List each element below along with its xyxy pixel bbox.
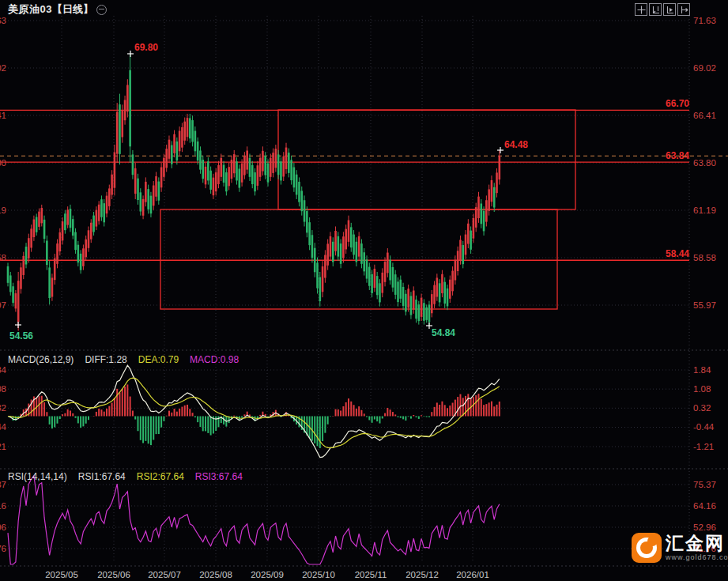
rsi-y-axis-label-left: 64.16 xyxy=(0,501,6,511)
hline-price-label: 58.44 xyxy=(666,248,689,259)
macd-y-axis-label-left: -0.44 xyxy=(0,422,7,432)
main-y-axis-label: 69.02 xyxy=(693,63,716,73)
main-y-axis-label-left: 58.58 xyxy=(0,253,6,262)
x-axis-label: 2025/08 xyxy=(199,570,232,579)
main-y-axis-label-left: 55.97 xyxy=(0,300,6,310)
rsi1-value: RSI1:67.64 xyxy=(78,471,126,482)
play-forward-tool-icon[interactable] xyxy=(663,3,676,16)
period-label: 【日线】 xyxy=(52,2,93,17)
drawn-rectangle xyxy=(278,110,575,209)
x-axis-label: 2025/11 xyxy=(355,570,387,579)
rsi-line xyxy=(8,476,500,564)
macd-y-axis-label: 0.32 xyxy=(693,403,711,413)
macd-y-axis-label: -1.21 xyxy=(693,442,714,451)
site-logo[interactable]: 汇金网 www.gold678.com xyxy=(632,533,728,563)
macd-y-axis-label-left: 0.32 xyxy=(0,403,6,413)
rsi2-value: RSI2:67.64 xyxy=(137,471,184,482)
main-y-axis-label-left: 63.80 xyxy=(0,158,6,168)
symbol-title: 美原油03 xyxy=(8,2,52,17)
shift-right-tool-icon[interactable] xyxy=(677,3,690,16)
chart-toolbar xyxy=(635,3,690,16)
low-price-annotation: 54.56 xyxy=(9,330,33,341)
pan-tool-icon[interactable] xyxy=(635,3,647,16)
macd-dea-value: DEA:0.79 xyxy=(138,354,179,365)
collapse-chart-icon[interactable] xyxy=(96,5,107,15)
rsi-y-axis-label-left: 52.96 xyxy=(0,523,6,532)
x-axis-label: 2025/07 xyxy=(148,570,181,579)
site-url: www.gold678.com xyxy=(666,553,728,561)
rsi-panel-header: RSI(14,14,14) RSI1:67.64 RSI2:67.64 RSI3… xyxy=(8,471,243,482)
macd-y-axis-label-left: 1.08 xyxy=(0,384,6,394)
main-y-axis-label: 58.58 xyxy=(693,253,716,262)
macd-diff-value: DIFF:1.28 xyxy=(85,354,126,365)
x-axis-label: 2025/12 xyxy=(405,570,439,579)
macd-params-label: MACD(26,12,9) xyxy=(8,354,74,365)
rsi-y-axis-label: 64.16 xyxy=(693,501,716,511)
x-axis-label: 2025/06 xyxy=(97,570,130,579)
main-y-axis-label-left: 66.41 xyxy=(0,111,6,120)
axis-scale-tool-icon[interactable] xyxy=(649,3,662,16)
rsi-y-axis-label: 52.96 xyxy=(693,523,716,532)
low-price-annotation: 54.84 xyxy=(432,327,455,338)
main-y-axis-label: 61.19 xyxy=(693,206,716,215)
macd-macd-value: MACD:0.98 xyxy=(190,354,239,365)
chart-canvas[interactable]: 66.7063.8458.4471.6371.6369.0269.0266.41… xyxy=(0,0,728,581)
macd-y-axis-label: 1.08 xyxy=(693,384,711,394)
macd-panel-header: MACD(26,12,9) DIFF:1.28 DEA:0.79 MACD:0.… xyxy=(8,354,239,365)
x-axis-label: 2026/01 xyxy=(456,570,489,579)
rsi-y-axis-label-left: 41.76 xyxy=(0,544,6,553)
main-y-axis-label-left: 69.02 xyxy=(0,63,6,73)
title-bar: 美原油03 【日线】 xyxy=(0,0,728,19)
x-axis-label: 2025/10 xyxy=(302,570,335,579)
rsi3-value: RSI3:67.64 xyxy=(195,471,243,482)
high-price-annotation: 69.80 xyxy=(134,42,158,53)
macd-y-axis-label: 1.84 xyxy=(693,365,711,375)
macd-dea-line xyxy=(8,378,500,447)
high-price-annotation: 64.48 xyxy=(504,139,528,150)
x-axis-label: 2025/09 xyxy=(251,570,284,579)
hline-price-label: 66.70 xyxy=(666,98,689,109)
macd-y-axis-label-left: 1.84 xyxy=(0,365,7,375)
rsi-y-axis-label-left: 75.37 xyxy=(0,480,6,489)
chart-app: 66.7063.8458.4471.6371.6369.0269.0266.41… xyxy=(0,0,728,581)
gold678-logo-icon xyxy=(632,533,662,563)
macd-y-axis-label-left: -1.21 xyxy=(0,442,6,451)
main-y-axis-label-left: 61.19 xyxy=(0,206,6,215)
rsi-y-axis-label: 75.37 xyxy=(693,480,716,489)
main-y-axis-label: 55.97 xyxy=(693,300,716,310)
site-name: 汇金网 xyxy=(666,533,728,553)
macd-diff-line xyxy=(8,365,500,458)
rsi-params-label: RSI(14,14,14) xyxy=(8,471,67,482)
main-y-axis-label: 63.80 xyxy=(693,158,716,168)
macd-y-axis-label: -0.44 xyxy=(693,422,715,432)
x-axis-label: 2025/05 xyxy=(45,570,78,579)
main-y-axis-label: 66.41 xyxy=(693,111,716,120)
